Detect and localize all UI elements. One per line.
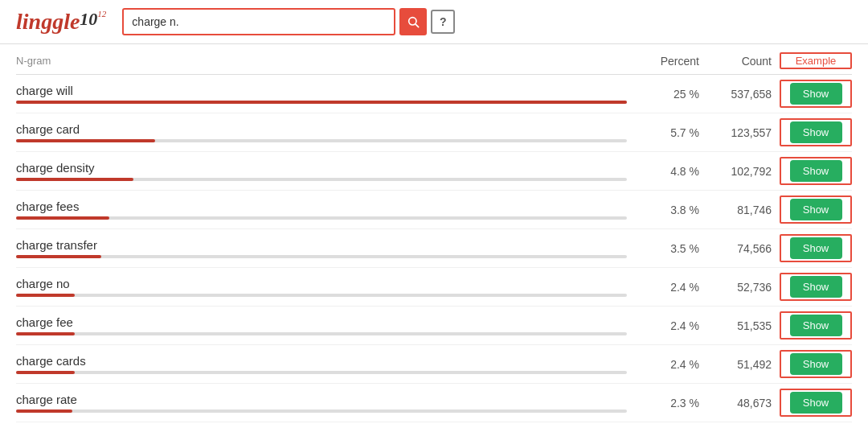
search-icon <box>407 15 420 28</box>
ngram-label: charge card <box>16 122 635 136</box>
bar-container <box>16 101 627 104</box>
percent-cell: 3.8 % <box>635 204 699 216</box>
count-cell: 51,492 <box>699 358 772 371</box>
logo-text: linggle <box>16 9 80 35</box>
ngram-label: charge transfer <box>16 238 635 252</box>
bar-track <box>16 255 627 258</box>
logo-10: 10 <box>80 9 97 30</box>
example-cell: Show <box>780 350 852 378</box>
show-button[interactable]: Show <box>790 160 842 182</box>
ngram-label: charge density <box>16 161 635 175</box>
count-cell: 81,746 <box>699 204 772 216</box>
bar-fill <box>16 409 72 413</box>
bar-fill <box>16 294 75 297</box>
show-button[interactable]: Show <box>790 121 842 143</box>
column-header-example: Example <box>780 52 852 69</box>
ngram-label: charge will <box>16 84 635 97</box>
count-cell: 74,566 <box>699 242 772 255</box>
ngram-cell: charge fee <box>16 315 635 335</box>
show-button[interactable]: Show <box>790 353 842 375</box>
show-button[interactable]: Show <box>790 199 842 220</box>
column-header-ngram: N-gram <box>16 55 635 67</box>
percent-cell: 2.4 % <box>635 358 699 371</box>
table-row: charge will 25 % 537,658 Show <box>16 75 852 113</box>
bar-fill <box>16 178 133 181</box>
percent-cell: 2.4 % <box>635 319 699 332</box>
bar-container <box>16 294 627 297</box>
svg-point-0 <box>409 18 416 25</box>
table-row: charge fees 3.8 % 81,746 Show <box>16 191 852 229</box>
table-header: N-gram Percent Count Example <box>16 44 852 75</box>
bar-track <box>16 178 627 181</box>
table-row: charge cards 2.4 % 51,492 Show <box>16 345 852 384</box>
table-row: charge rate 2.3 % 48,673 Show <box>16 384 852 422</box>
ngram-cell: charge fees <box>16 200 635 220</box>
table-row: charge transfer 3.5 % 74,566 Show <box>16 229 852 268</box>
bar-fill <box>16 216 109 220</box>
example-cell: Show <box>780 273 852 301</box>
bar-container <box>16 332 627 335</box>
search-input[interactable] <box>122 8 395 35</box>
bar-fill <box>16 255 101 258</box>
bar-track <box>16 139 627 142</box>
logo: linggle 10 12 <box>16 9 106 35</box>
example-cell: Show <box>780 195 852 224</box>
bar-container <box>16 409 627 413</box>
column-header-count: Count <box>699 55 772 68</box>
bar-track <box>16 294 627 297</box>
example-cell: Show <box>780 80 852 108</box>
ngram-cell: charge no <box>16 277 635 297</box>
count-cell: 102,792 <box>699 165 772 178</box>
show-button[interactable]: Show <box>790 276 842 298</box>
bar-container <box>16 216 627 220</box>
example-cell: Show <box>780 389 852 417</box>
bar-fill <box>16 101 627 104</box>
show-button[interactable]: Show <box>790 237 842 259</box>
table-row: charge card 5.7 % 123,557 Show <box>16 113 852 152</box>
percent-cell: 3.5 % <box>635 242 699 255</box>
example-cell: Show <box>780 234 852 262</box>
show-button[interactable]: Show <box>790 83 842 105</box>
example-cell: Show <box>780 118 852 146</box>
ngram-cell: charge cards <box>16 354 635 374</box>
percent-cell: 2.4 % <box>635 281 699 294</box>
table-row: charge density 4.8 % 102,792 Show <box>16 152 852 191</box>
percent-cell: 5.7 % <box>635 126 699 139</box>
bar-track <box>16 101 627 104</box>
ngram-label: charge rate <box>16 393 635 406</box>
svg-line-1 <box>416 24 419 27</box>
ngram-cell: charge will <box>16 84 635 104</box>
bar-fill <box>16 371 75 374</box>
ngram-cell: charge card <box>16 122 635 142</box>
search-button[interactable] <box>399 8 427 35</box>
bar-track <box>16 332 627 335</box>
bar-container <box>16 255 627 258</box>
ngram-cell: charge transfer <box>16 238 635 258</box>
example-cell: Show <box>780 157 852 185</box>
count-cell: 52,736 <box>699 281 772 294</box>
bar-track <box>16 371 627 374</box>
show-button[interactable]: Show <box>790 315 842 336</box>
search-bar: ? <box>122 8 455 35</box>
ngram-label: charge fee <box>16 315 635 329</box>
count-cell: 48,673 <box>699 397 772 409</box>
bar-fill <box>16 332 75 335</box>
show-button[interactable]: Show <box>790 392 842 414</box>
bar-container <box>16 139 627 142</box>
count-cell: 537,658 <box>699 88 772 101</box>
help-label: ? <box>440 15 447 28</box>
table-row: charge fee 2.4 % 51,535 Show <box>16 307 852 345</box>
ngram-label: charge fees <box>16 200 635 213</box>
percent-cell: 25 % <box>635 88 699 101</box>
table-body: charge will 25 % 537,658 Show charge car… <box>16 75 852 422</box>
count-cell: 123,557 <box>699 126 772 139</box>
help-button[interactable]: ? <box>431 10 455 34</box>
header: linggle 10 12 ? <box>0 0 868 44</box>
bar-container <box>16 371 627 374</box>
ngram-cell: charge density <box>16 161 635 181</box>
percent-cell: 4.8 % <box>635 165 699 178</box>
example-cell: Show <box>780 311 852 340</box>
bar-fill <box>16 139 155 142</box>
percent-cell: 2.3 % <box>635 397 699 409</box>
ngram-label: charge no <box>16 277 635 290</box>
